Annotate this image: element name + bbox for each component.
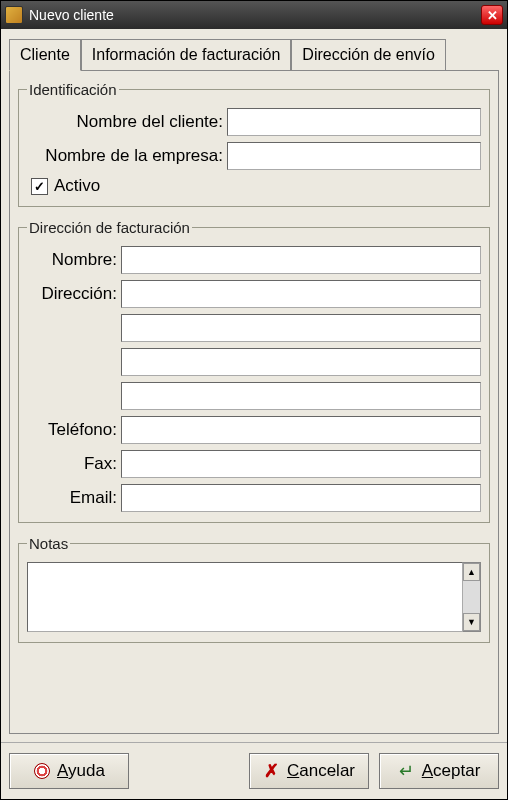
input-bill-address3[interactable] [121, 348, 481, 376]
row-bill-email: Email: [27, 484, 481, 512]
input-company-name[interactable] [227, 142, 481, 170]
input-bill-fax[interactable] [121, 450, 481, 478]
button-bar: Ayuda ✗ Cancelar ↵ Aceptar [1, 742, 507, 799]
input-bill-phone[interactable] [121, 416, 481, 444]
label-active: Activo [54, 176, 100, 196]
row-bill-address1: Dirección: [27, 280, 481, 308]
input-client-name[interactable] [227, 108, 481, 136]
close-button[interactable]: ✕ [481, 5, 503, 25]
fieldset-identification: Identificación Nombre del cliente: Nombr… [18, 81, 490, 207]
close-icon: ✕ [487, 8, 498, 23]
accept-icon: ↵ [398, 762, 416, 780]
tab-strip: Cliente Información de facturación Direc… [9, 39, 499, 70]
row-bill-phone: Teléfono: [27, 416, 481, 444]
row-bill-address2 [27, 314, 481, 342]
label-bill-phone: Teléfono: [27, 420, 121, 440]
notes-scrollbar[interactable]: ▲ ▼ [463, 562, 481, 632]
scroll-up-button[interactable]: ▲ [463, 563, 480, 581]
tab-shipping[interactable]: Dirección de envío [291, 39, 446, 70]
row-bill-name: Nombre: [27, 246, 481, 274]
input-bill-email[interactable] [121, 484, 481, 512]
client-area: Cliente Información de facturación Direc… [1, 29, 507, 742]
help-button[interactable]: Ayuda [9, 753, 129, 789]
tab-panel-cliente: Identificación Nombre del cliente: Nombr… [9, 70, 499, 734]
window-title: Nuevo cliente [29, 7, 481, 23]
cancel-icon: ✗ [263, 762, 281, 780]
label-company-name: Nombre de la empresa: [27, 146, 227, 166]
fieldset-billing-address: Dirección de facturación Nombre: Direcci… [18, 219, 490, 523]
input-bill-address2[interactable] [121, 314, 481, 342]
tab-cliente[interactable]: Cliente [9, 39, 81, 71]
row-bill-fax: Fax: [27, 450, 481, 478]
help-button-label-rest: yuda [68, 761, 105, 780]
scroll-down-button[interactable]: ▼ [463, 613, 480, 631]
dialog-window: Nuevo cliente ✕ Cliente Información de f… [0, 0, 508, 800]
titlebar: Nuevo cliente ✕ [1, 1, 507, 29]
app-icon [5, 6, 23, 24]
row-company-name: Nombre de la empresa: [27, 142, 481, 170]
checkbox-active[interactable] [31, 178, 48, 195]
label-bill-fax: Fax: [27, 454, 121, 474]
textarea-notes[interactable] [27, 562, 463, 632]
label-client-name: Nombre del cliente: [27, 112, 227, 132]
accept-button[interactable]: ↵ Aceptar [379, 753, 499, 789]
legend-identification: Identificación [27, 81, 119, 98]
cancel-button-label-rest: ancelar [299, 761, 355, 780]
input-bill-address1[interactable] [121, 280, 481, 308]
tab-billing-info[interactable]: Información de facturación [81, 39, 292, 70]
fieldset-notes: Notas ▲ ▼ [18, 535, 490, 643]
row-active: Activo [27, 176, 481, 196]
help-icon [33, 762, 51, 780]
legend-billing-address: Dirección de facturación [27, 219, 192, 236]
row-client-name: Nombre del cliente: [27, 108, 481, 136]
label-bill-email: Email: [27, 488, 121, 508]
label-bill-name: Nombre: [27, 250, 121, 270]
input-bill-address4[interactable] [121, 382, 481, 410]
input-bill-name[interactable] [121, 246, 481, 274]
legend-notes: Notas [27, 535, 70, 552]
row-bill-address4 [27, 382, 481, 410]
accept-button-label-rest: ceptar [433, 761, 480, 780]
notes-area: ▲ ▼ [27, 562, 481, 632]
cancel-button[interactable]: ✗ Cancelar [249, 753, 369, 789]
row-bill-address3 [27, 348, 481, 376]
label-bill-address: Dirección: [27, 284, 121, 304]
